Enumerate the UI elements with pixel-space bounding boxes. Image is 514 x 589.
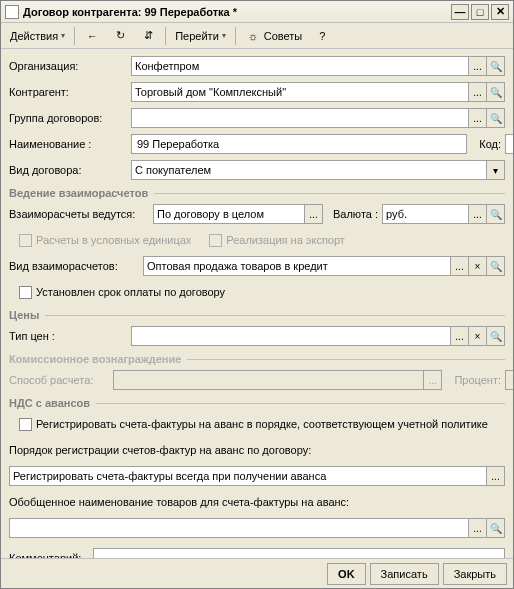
- ok-button[interactable]: OK: [327, 563, 366, 585]
- price-type-lookup-button[interactable]: 🔍: [487, 326, 505, 346]
- contract-type-dropdown-button[interactable]: ▾: [487, 160, 505, 180]
- org-label: Организация:: [9, 60, 127, 72]
- checkbox-icon: [19, 418, 32, 431]
- title-bar: Договор контрагента: 99 Переработка * — …: [1, 1, 513, 23]
- reg-order-label: Порядок регистрации счетов-фактур на ава…: [9, 444, 311, 456]
- back-button[interactable]: ←: [79, 26, 105, 46]
- arrow-left-icon: ←: [84, 28, 100, 44]
- contract-group-label: Группа договоров:: [9, 112, 127, 124]
- more-icon: ...: [473, 87, 481, 98]
- lightbulb-icon: ☼: [245, 28, 261, 44]
- currency-lookup-button[interactable]: 🔍: [487, 204, 505, 224]
- settle-kind-input[interactable]: Оптовая продажа товаров в кредит: [143, 256, 451, 276]
- currency-value: руб.: [386, 208, 407, 220]
- name-label: Наименование :: [9, 138, 127, 150]
- divider: [187, 359, 505, 360]
- comment-input[interactable]: [93, 548, 505, 558]
- checkbox-icon: [209, 234, 222, 247]
- lookup-icon: 🔍: [490, 209, 502, 220]
- name-field[interactable]: [135, 137, 463, 151]
- app-icon: [5, 5, 19, 19]
- actions-menu[interactable]: Действия ▾: [5, 26, 70, 46]
- more-icon: ...: [473, 523, 481, 534]
- percent-label: Процент:: [454, 374, 501, 386]
- currency-more-button[interactable]: ...: [469, 204, 487, 224]
- contract-group-input[interactable]: [131, 108, 469, 128]
- settle-kind-lookup-button[interactable]: 🔍: [487, 256, 505, 276]
- more-icon: ...: [473, 61, 481, 72]
- window: Договор контрагента: 99 Переработка * — …: [0, 0, 514, 589]
- reg-invoice-label: Регистрировать счета-фактуры на аванс в …: [36, 418, 488, 430]
- save-label: Записать: [381, 568, 428, 580]
- settle-mode-label: Взаиморасчеты ведутся:: [9, 208, 149, 220]
- settle-kind-clear-button[interactable]: ×: [469, 256, 487, 276]
- reg-order-input[interactable]: Регистрировать счета-фактуры всегда при …: [9, 466, 487, 486]
- settle-kind-more-button[interactable]: ...: [451, 256, 469, 276]
- lookup-icon: 🔍: [490, 61, 502, 72]
- goto-menu[interactable]: Перейти ▾: [170, 26, 231, 46]
- maximize-button[interactable]: □: [471, 4, 489, 20]
- window-title: Договор контрагента: 99 Переработка *: [23, 6, 449, 18]
- contragent-lookup-button[interactable]: 🔍: [487, 82, 505, 102]
- more-icon: ...: [455, 261, 463, 272]
- advice-label: Советы: [264, 30, 302, 42]
- price-type-input[interactable]: [131, 326, 451, 346]
- help-button[interactable]: ?: [309, 26, 335, 46]
- code-input[interactable]: [505, 134, 513, 154]
- price-type-more-button[interactable]: ...: [451, 326, 469, 346]
- actions-label: Действия: [10, 30, 58, 42]
- org-value: Конфетпром: [135, 60, 199, 72]
- code-field[interactable]: [509, 137, 513, 151]
- settle-mode-more-button[interactable]: ...: [305, 204, 323, 224]
- ok-label: OK: [338, 568, 355, 580]
- close-button[interactable]: ✕: [491, 4, 509, 20]
- divider: [154, 193, 505, 194]
- contragent-more-button[interactable]: ...: [469, 82, 487, 102]
- reg-order-value: Регистрировать счета-фактуры всегда при …: [13, 470, 326, 482]
- gen-name-input[interactable]: [9, 518, 469, 538]
- currency-input[interactable]: руб.: [382, 204, 469, 224]
- price-type-clear-button[interactable]: ×: [469, 326, 487, 346]
- more-icon: ...: [429, 375, 437, 386]
- org-input[interactable]: Конфетпром: [131, 56, 469, 76]
- lookup-icon: 🔍: [490, 523, 502, 534]
- advice-button[interactable]: ☼ Советы: [240, 26, 307, 46]
- structure-button[interactable]: ⇵: [135, 26, 161, 46]
- reg-order-more-button[interactable]: ...: [487, 466, 505, 486]
- percent-input: 0,00: [505, 370, 513, 390]
- section-commission-title: Комиссионное вознаграждение: [9, 353, 505, 365]
- contragent-input[interactable]: Торговый дом "Комплексный": [131, 82, 469, 102]
- settle-mode-select[interactable]: По договору в целом: [153, 204, 305, 224]
- form-content: Организация: Конфетпром ... 🔍 Контрагент…: [1, 49, 513, 558]
- lookup-icon: 🔍: [490, 261, 502, 272]
- settle-mode-value: По договору в целом: [157, 208, 264, 220]
- save-button[interactable]: Записать: [370, 563, 439, 585]
- gen-name-more-button[interactable]: ...: [469, 518, 487, 538]
- contract-type-label: Вид договора:: [9, 164, 127, 176]
- org-more-button[interactable]: ...: [469, 56, 487, 76]
- name-input[interactable]: [131, 134, 467, 154]
- close-form-button[interactable]: Закрыть: [443, 563, 507, 585]
- payment-due-label: Установлен срок оплаты по договору: [36, 286, 225, 298]
- section-vat-title: НДС с авансов: [9, 397, 505, 409]
- contragent-label: Контрагент:: [9, 86, 127, 98]
- payment-due-checkbox[interactable]: Установлен срок оплаты по договору: [19, 286, 225, 299]
- contract-group-lookup-button[interactable]: 🔍: [487, 108, 505, 128]
- contract-type-value: С покупателем: [135, 164, 211, 176]
- contract-type-select[interactable]: С покупателем: [131, 160, 487, 180]
- divider: [96, 403, 505, 404]
- calc-method-input: [113, 370, 424, 390]
- section-prices-title: Цены: [9, 309, 505, 321]
- minimize-button[interactable]: —: [451, 4, 469, 20]
- more-icon: ...: [455, 331, 463, 342]
- conditional-units-label: Расчеты в условных единицах: [36, 234, 191, 246]
- reg-invoice-checkbox[interactable]: Регистрировать счета-фактуры на аванс в …: [19, 418, 488, 431]
- org-lookup-button[interactable]: 🔍: [487, 56, 505, 76]
- section-vat-text: НДС с авансов: [9, 397, 90, 409]
- contract-group-more-button[interactable]: ...: [469, 108, 487, 128]
- separator: [235, 27, 236, 45]
- percent-value: 0,00: [509, 374, 513, 386]
- refresh-button[interactable]: ↻: [107, 26, 133, 46]
- gen-name-lookup-button[interactable]: 🔍: [487, 518, 505, 538]
- comment-field[interactable]: [97, 551, 501, 558]
